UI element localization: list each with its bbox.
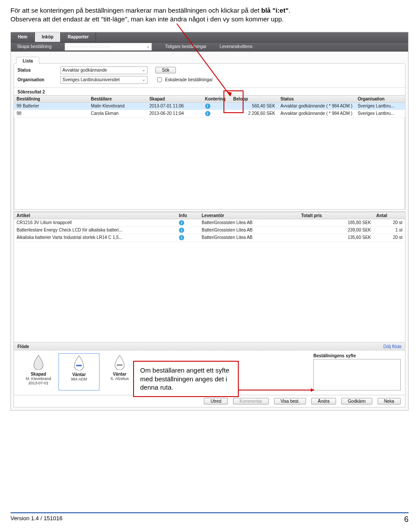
visa-best-button[interactable]: Visa best. (274, 398, 306, 404)
neka-button[interactable]: Neka (378, 398, 401, 404)
hide-flow-link[interactable]: Dölj flöde (383, 344, 402, 349)
cell-org: Sveriges Lantbru... (355, 110, 405, 117)
cell-org: Sveriges Lantbru... (355, 102, 405, 110)
status-label: Status (17, 68, 57, 73)
cell-artikel: Alkaliska batterier Varta Industrial sto… (14, 234, 176, 241)
flow-title: Flöde (17, 344, 29, 349)
cell-kontering: i (203, 102, 231, 110)
orders-table: Beställning Beställare Skapad Kontering … (14, 95, 405, 117)
kommentar-button[interactable]: Kommentar (233, 398, 269, 404)
svg-rect-0 (76, 365, 82, 366)
topbar: Hem Inköp Rapporter (11, 32, 408, 42)
cell-belopp: 560,40 SEK (230, 102, 278, 110)
search-button[interactable]: Sök (155, 67, 176, 73)
cell-status: Avvaktar godkännande ( * 984 ADM ) (278, 102, 355, 110)
drop-icon (114, 355, 125, 370)
table-row[interactable]: Batteritestare Energy Check LCD för alka… (14, 226, 405, 234)
callout-text: Om beställaren angett ett syfte med best… (140, 366, 229, 391)
syfte-title: Beställningens syfte (313, 353, 401, 358)
tab-hem[interactable]: Hem (11, 32, 35, 42)
flow-step-skapad: Skapad M. Klevebrand 2013-07-01 (18, 353, 58, 390)
flow-step-sub1: 984 ADM (62, 377, 96, 381)
flow-step-vantar-1[interactable]: Väntar 984 ADM (58, 353, 100, 390)
escalated-checkbox-input[interactable] (157, 77, 162, 82)
cell-antal: 1 st (374, 226, 405, 234)
intro-line1c: . (288, 7, 290, 14)
andra-button[interactable]: Ändra (311, 398, 336, 404)
col-kontering[interactable]: Kontering (203, 95, 231, 102)
col-skapad[interactable]: Skapad (147, 95, 202, 102)
cell-bestallare: Malin Klevebrand (88, 102, 147, 110)
intro-bold: blå "i:et" (261, 7, 289, 14)
tab-rapporter[interactable]: Rapporter (61, 32, 96, 42)
cell-antal: 20 st (374, 219, 405, 226)
cell-skapad: 2013-07-01 11:06 (147, 102, 202, 110)
org-select[interactable]: Sveriges Lantbruksuniversitet (60, 76, 148, 84)
cell-kontering: i (203, 110, 231, 117)
cell-lev: BatteriGrossisten Litea AB (199, 219, 299, 226)
col-org[interactable]: Organisation (355, 95, 405, 102)
subbar: Skapa beställning Godkänn beställning Ti… (11, 42, 408, 52)
cell-artikel: Batteritestare Energy Check LCD för alka… (14, 226, 176, 234)
escalated-checkbox[interactable]: Eskalerade beställningar (155, 76, 402, 83)
sub-tidigare[interactable]: Tidigare beställningar (165, 44, 206, 49)
flow-step-label: Skapad (21, 372, 56, 377)
info-icon[interactable]: i (179, 228, 184, 233)
info-icon[interactable]: i (205, 104, 210, 109)
app-window: Hem Inköp Rapporter Skapa beställning Go… (10, 32, 409, 411)
tab-inkop[interactable]: Inköp (35, 32, 61, 42)
version-text: Version 1.4 / 151016 (10, 515, 62, 524)
flow-header: Flöde Dölj flöde (14, 342, 405, 351)
page-number: 6 (404, 515, 409, 524)
flow-step-sub1: S. Afzelius (102, 377, 137, 381)
col-belopp[interactable]: Belopp (230, 95, 278, 102)
cell-antal: 20 st (374, 234, 405, 241)
footer: Version 1.4 / 151016 6 (10, 512, 409, 524)
col-info[interactable]: Info (176, 212, 199, 219)
cell-status: Avvaktar godkännande ( * 984 ADM ) (278, 110, 355, 117)
sub-skapa[interactable]: Skapa beställning (17, 44, 52, 49)
col-pris[interactable]: Totalt pris (299, 212, 374, 219)
drop-icon (73, 356, 85, 370)
search-result-label: Sökresultat 2 (14, 87, 405, 95)
col-status[interactable]: Status (278, 95, 355, 102)
cell-lev: BatteriGrossisten Litea AB (199, 226, 299, 234)
articles-table: Artikel Info Leverantör Totalt pris Anta… (14, 212, 405, 242)
col-bestallning[interactable]: Beställning (14, 95, 88, 102)
table-row[interactable]: Alkaliska batterier Varta Industrial sto… (14, 234, 405, 241)
godkann-button[interactable]: Godkänn (341, 398, 372, 404)
cell-belopp: 2 206,60 SEK (230, 110, 278, 117)
cell-best: 99 Batterier (14, 102, 88, 110)
filter-panel: Status Avvaktar godkännande Sök Organisa… (14, 63, 405, 210)
intro-line1a: För att se konteringen på beställningen … (10, 7, 261, 14)
callout-box: Om beställaren angett ett syfte med best… (133, 361, 239, 397)
escalated-label: Eskalerade beställningar (165, 77, 213, 82)
col-bestallare[interactable]: Beställare (88, 95, 147, 102)
table-row[interactable]: CR1216 3V Litium knappcell i BatteriGros… (14, 219, 405, 226)
sub-leverans[interactable]: Leveranskvittens (220, 44, 252, 49)
sub-godkann[interactable]: Godkänn beställning (65, 43, 152, 51)
cell-info: i (176, 219, 199, 226)
col-lev[interactable]: Leverantör (199, 212, 299, 219)
intro-line2: Observera att det endast är ett "titt-lä… (10, 15, 284, 23)
flow-step-sub1: M. Klevebrand (21, 377, 56, 381)
cell-info: i (176, 226, 199, 234)
org-label: Organisation (17, 77, 57, 82)
cell-bestallare: Carola Ekman (88, 110, 147, 117)
syfte-textarea[interactable] (313, 359, 401, 390)
info-icon[interactable]: i (179, 235, 184, 240)
articles-empty-area (14, 242, 405, 342)
flow-step-label: Väntar (62, 372, 96, 377)
col-artikel[interactable]: Artikel (14, 212, 176, 219)
lista-tab[interactable]: Lista (16, 57, 39, 64)
col-antal[interactable]: Antal (374, 212, 405, 219)
status-select[interactable]: Avvaktar godkännande (60, 66, 148, 74)
cell-pris: 135,60 SEK (299, 234, 374, 241)
table-row[interactable]: 98 Carola Ekman 2013-06-20 11:04 i 2 206… (14, 110, 405, 117)
drop-icon (33, 355, 44, 370)
utred-button[interactable]: Utred (204, 398, 227, 404)
cell-best: 98 (14, 110, 88, 117)
table-row[interactable]: 99 Batterier Malin Klevebrand 2013-07-01… (14, 102, 405, 110)
info-icon[interactable]: i (179, 220, 184, 225)
info-icon[interactable]: i (205, 111, 210, 116)
